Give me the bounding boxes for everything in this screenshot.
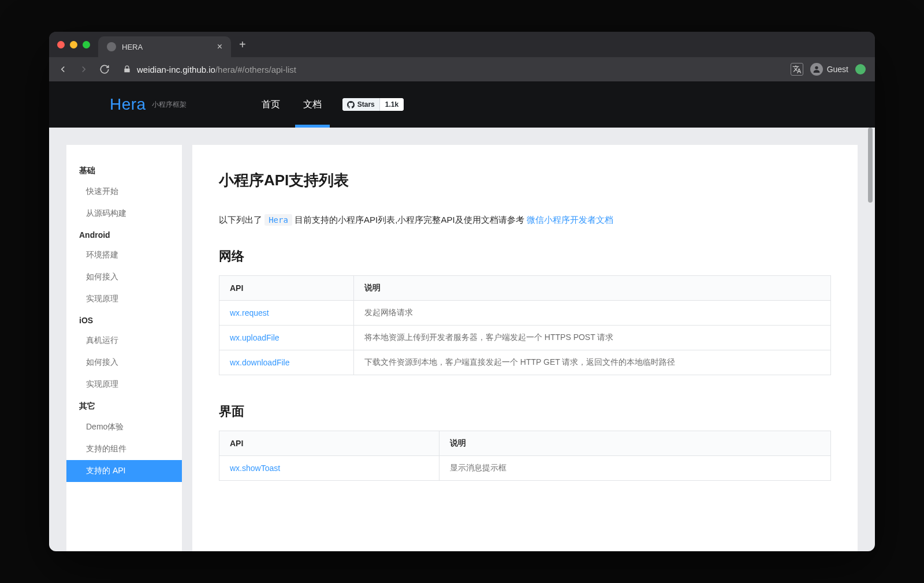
address-bar: weidian-inc.github.io/hera/#/others/api-…: [49, 57, 875, 81]
intro-mid: 目前支持的小程序API列表,小程序完整API及使用文档请参考: [292, 215, 527, 225]
close-tab-button[interactable]: ×: [217, 42, 222, 52]
url-bar[interactable]: weidian-inc.github.io/hera/#/others/api-…: [117, 65, 786, 74]
scrollbar-thumb[interactable]: [868, 128, 873, 203]
intro-prefix: 以下列出了: [219, 215, 264, 225]
api-link[interactable]: wx.uploadFile: [230, 333, 280, 342]
sidebar-group-title: 其它: [66, 395, 182, 416]
url-path: /hera/#/others/api-list: [215, 65, 296, 74]
avatar-icon: [810, 63, 823, 76]
url-host: weidian-inc.github.io: [137, 65, 215, 74]
sidebar: 基础快速开始从源码构建Android环境搭建如何接入实现原理iOS真机运行如何接…: [66, 145, 182, 551]
api-desc: 发起网络请求: [353, 301, 830, 326]
logo-subtitle: 小程序框架: [152, 100, 187, 110]
api-desc: 将本地资源上传到开发者服务器，客户端发起一个 HTTPS POST 请求: [353, 326, 830, 350]
translate-icon[interactable]: [791, 63, 803, 76]
browser-window: HERA × + weidian-inc.github.io/hera/#/ot…: [49, 32, 875, 551]
new-tab-button[interactable]: +: [239, 38, 246, 51]
lock-icon: [123, 65, 131, 73]
profile-label: Guest: [827, 65, 848, 74]
api-table: API说明wx.showToast显示消息提示框: [219, 431, 831, 481]
extension-icon[interactable]: [855, 64, 866, 74]
table-row: wx.request发起网络请求: [219, 301, 831, 326]
section-title: 网络: [219, 248, 831, 265]
api-desc: 下载文件资源到本地，客户端直接发起一个 HTTP GET 请求，返回文件的本地临…: [353, 350, 830, 375]
sidebar-item[interactable]: 真机运行: [66, 330, 182, 352]
close-window-button[interactable]: [57, 41, 65, 48]
sidebar-item[interactable]: 从源码构建: [66, 203, 182, 225]
sidebar-item[interactable]: 如何接入: [66, 352, 182, 373]
table-header: API: [219, 431, 439, 456]
sidebar-item[interactable]: 环境搭建: [66, 244, 182, 266]
sidebar-item[interactable]: 实现原理: [66, 373, 182, 395]
intro-text: 以下列出了 Hera 目前支持的小程序API列表,小程序完整API及使用文档请参…: [219, 215, 831, 226]
api-table: API说明wx.request发起网络请求wx.uploadFile将本地资源上…: [219, 275, 831, 375]
api-link[interactable]: wx.downloadFile: [230, 358, 290, 367]
site-logo[interactable]: Hera: [110, 95, 146, 114]
api-link[interactable]: wx.request: [230, 308, 269, 317]
sidebar-group-title: Android: [66, 225, 182, 244]
table-header: API: [219, 276, 354, 301]
sidebar-group-title: iOS: [66, 310, 182, 330]
favicon-icon: [107, 42, 116, 51]
github-icon: [347, 101, 355, 109]
svg-point-0: [815, 66, 818, 69]
github-stars-badge[interactable]: Stars 1.1k: [342, 98, 404, 111]
github-stars-label: Stars: [357, 100, 375, 109]
scrollbar-track[interactable]: [867, 128, 874, 551]
content-area: 基础快速开始从源码构建Android环境搭建如何接入实现原理iOS真机运行如何接…: [49, 128, 875, 551]
nav-links: 首页文档: [262, 81, 322, 128]
tab-title: HERA: [122, 43, 143, 51]
reload-button[interactable]: [96, 61, 113, 77]
browser-tab[interactable]: HERA ×: [98, 36, 231, 57]
page-title: 小程序API支持列表: [219, 170, 831, 190]
intro-code: Hera: [264, 214, 292, 226]
sidebar-item[interactable]: 快速开始: [66, 181, 182, 203]
api-link[interactable]: wx.showToast: [230, 464, 280, 473]
forward-button[interactable]: [76, 61, 92, 77]
api-desc: 显示消息提示框: [439, 456, 831, 481]
sidebar-item[interactable]: Demo体验: [66, 416, 182, 438]
traffic-lights: [57, 41, 90, 48]
nav-link[interactable]: 首页: [262, 81, 280, 128]
nav-link[interactable]: 文档: [303, 81, 322, 128]
main-content: 小程序API支持列表 以下列出了 Hera 目前支持的小程序API列表,小程序完…: [192, 145, 858, 551]
sidebar-item[interactable]: 支持的 API: [66, 460, 182, 482]
site-header: Hera 小程序框架 首页文档 Stars 1.1k: [49, 81, 875, 128]
sidebar-item[interactable]: 支持的组件: [66, 438, 182, 460]
sidebar-item[interactable]: 实现原理: [66, 288, 182, 310]
back-button[interactable]: [55, 61, 71, 77]
table-row: wx.uploadFile将本地资源上传到开发者服务器，客户端发起一个 HTTP…: [219, 326, 831, 350]
section-title: 界面: [219, 403, 831, 420]
table-header: 说明: [353, 276, 830, 301]
title-bar: HERA × +: [49, 32, 875, 57]
sidebar-item[interactable]: 如何接入: [66, 266, 182, 288]
intro-link[interactable]: 微信小程序开发者文档: [527, 215, 613, 225]
minimize-window-button[interactable]: [70, 41, 77, 48]
toolbar-right: Guest: [791, 63, 869, 76]
profile-button[interactable]: Guest: [810, 63, 848, 76]
github-stars-count: 1.1k: [380, 98, 404, 111]
table-row: wx.downloadFile下载文件资源到本地，客户端直接发起一个 HTTP …: [219, 350, 831, 375]
sidebar-group-title: 基础: [66, 160, 182, 181]
table-header: 说明: [439, 431, 831, 456]
maximize-window-button[interactable]: [83, 41, 90, 48]
table-row: wx.showToast显示消息提示框: [219, 456, 831, 481]
